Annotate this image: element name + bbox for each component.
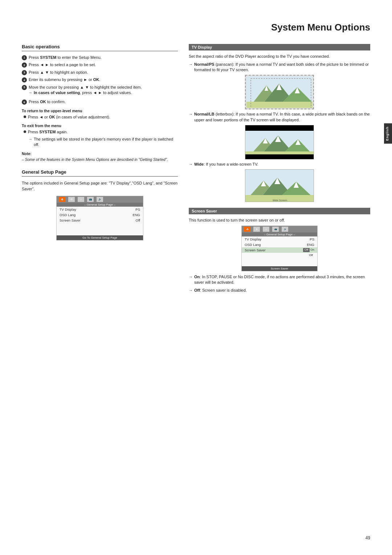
- exit-menu-title: To exit from the menu: [22, 123, 178, 128]
- ss-icon-home: 🏠: [244, 227, 250, 232]
- step-5: 5 Move the cursor by pressing ▲ ▼ to hig…: [22, 85, 178, 98]
- wide-text: Wide: If you have a wide-screen TV.: [194, 162, 258, 167]
- exit-menu-section: To exit from the menu Press SYSTEM again…: [22, 123, 178, 147]
- arrow-icon-ps: →: [189, 62, 193, 67]
- ss-menu-label: – General Setup Page –: [242, 232, 317, 236]
- exit-menu-item: Press SYSTEM again.: [24, 129, 178, 135]
- general-setup-menu: 🏠 ⚙ ♪ 📺 🔊 – General Setup Page – TV Disp…: [56, 196, 143, 240]
- menu-icons: 🏠 ⚙ ♪ 📺 🔊: [59, 197, 103, 202]
- left-column: Basic operations 1 Press SYSTEM to enter…: [22, 44, 178, 295]
- panscan-image-container: [189, 75, 370, 109]
- general-setup-section: General Setup Page The options included …: [22, 169, 178, 240]
- page-number: 49: [366, 535, 370, 540]
- ss-off-text: Off: Screen saver is disabled.: [194, 288, 247, 293]
- right-column: TV Display Set the aspect ratio of the D…: [189, 44, 370, 295]
- menu-val-tv: PS: [135, 207, 140, 211]
- wide-image-container: Wide Screen: [189, 169, 370, 202]
- step-5-text: Move the cursor by pressing ▲ ▼ to highl…: [29, 85, 142, 90]
- screen-saver-title: Screen Saver: [189, 208, 370, 214]
- menu-key-osd: OSD Lang: [60, 213, 75, 217]
- menu-key-ss: Screen Saver: [60, 218, 81, 222]
- ss-val-off: Off: [303, 248, 310, 252]
- step-5-arrow: → In cases of value setting, press ◄ ► t…: [28, 90, 132, 96]
- step-4-text: Enter its submenu by pressing ► or OK.: [29, 77, 100, 82]
- ss-icon-settings: ⚙: [253, 227, 260, 232]
- wide-option: → Wide: If you have a wide-screen TV.: [189, 162, 370, 167]
- basic-ops-title: Basic operations: [22, 44, 178, 51]
- step-num-2: 2: [22, 62, 27, 68]
- note-text: – Some of the features in the System Men…: [22, 157, 168, 162]
- menu-icon-home: 🏠: [59, 197, 65, 202]
- main-content: Basic operations 1 Press SYSTEM to enter…: [22, 44, 370, 295]
- ss-option-off: Off: [309, 254, 313, 257]
- bullet-icon-exit: [24, 130, 26, 133]
- return-menu-text: Press ◄ or OK (in cases of value adjustm…: [28, 114, 110, 120]
- menu-page-label: – General Setup Page –: [57, 203, 143, 207]
- exit-menu-arrow-text: The settings will be stored in the playe…: [34, 137, 178, 148]
- ss-icon-tv: 📺: [272, 227, 279, 232]
- step-3-text: Press ▲ ▼ to highlight an option.: [29, 70, 88, 75]
- note-label: Note:: [22, 151, 32, 156]
- step-1: 1 Press SYSTEM to enter the Setup Menu.: [22, 55, 178, 60]
- normal-lb-text: Normal/LB (letterbox): If you have a nor…: [194, 112, 370, 123]
- svg-text:Wide Screen: Wide Screen: [273, 199, 287, 202]
- menu-row-screen-saver: Screen Saver Off: [57, 218, 143, 223]
- ss-val-container: Off On: [303, 248, 314, 252]
- arrow-icon-ss-off: →: [189, 288, 193, 293]
- basic-operations-section: Basic operations 1 Press SYSTEM to enter…: [22, 44, 178, 163]
- menu-icon-music: ♪: [78, 197, 84, 202]
- step-6: 6 Press OK to confirm.: [22, 99, 178, 105]
- exit-menu-text: Press SYSTEM again.: [28, 129, 68, 135]
- ss-row-tv: TV Display PS: [242, 236, 317, 242]
- return-menu-title: To return to the upper-level menu: [22, 109, 178, 113]
- ss-menu-header: 🏠 ⚙ ♪ 📺 🔊: [242, 226, 317, 232]
- general-setup-intro: The options included in General Setup pa…: [22, 180, 178, 192]
- ss-row-ss: Screen Saver Off On: [242, 247, 317, 253]
- arrow-icon-wide: →: [189, 162, 193, 167]
- ss-off-option: → Off: Screen saver is disabled.: [189, 288, 370, 293]
- ss-key-tv: TV Display: [245, 237, 261, 241]
- svg-rect-10: [245, 154, 314, 159]
- step-1-text: Press SYSTEM to enter the Setup Menu.: [29, 55, 102, 60]
- arrow-icon-exit: →: [28, 137, 32, 142]
- step-num-3: 3: [22, 70, 27, 75]
- screen-saver-intro: This function is used to turn the screen…: [189, 217, 370, 223]
- tv-display-section: TV Display Set the aspect ratio of the D…: [189, 44, 370, 202]
- letterbox-image-container: [189, 125, 370, 159]
- step-3: 3 Press ▲ ▼ to highlight an option.: [22, 70, 178, 75]
- ss-key-ss: Screen Saver: [245, 248, 266, 252]
- menu-row-tv-display: TV Display PS: [57, 207, 143, 212]
- ss-icon-music: ♪: [263, 227, 269, 232]
- arrow-icon-ss-on: →: [189, 274, 193, 280]
- ss-row-osd: OSD Lang ENG: [242, 242, 317, 247]
- ss-icon-audio: 🔊: [282, 227, 288, 232]
- normal-lb-option: → Normal/LB (letterbox): If you have a n…: [189, 112, 370, 123]
- menu-footer: Go To General Setup Page: [57, 235, 143, 240]
- svg-rect-18: [245, 151, 314, 154]
- return-menu-section: To return to the upper-level menu Press …: [22, 109, 178, 120]
- step-num-6: 6: [22, 100, 27, 105]
- ss-menu-icons: 🏠 ⚙ ♪ 📺 🔊: [244, 227, 288, 232]
- page-container: English System Menu Options Basic operat…: [0, 0, 392, 555]
- page-title: System Menu Options: [22, 22, 370, 33]
- general-setup-title: General Setup Page: [22, 169, 178, 177]
- ss-on-text: On: In STOP, PAUSE or No DISC mode, if n…: [194, 274, 370, 285]
- wide-image: Wide Screen: [245, 169, 314, 202]
- ss-val-tv: PS: [310, 237, 314, 241]
- menu-val-ss: Off: [136, 218, 140, 222]
- svg-rect-9: [245, 125, 314, 131]
- ss-val-osd: ENG: [307, 243, 314, 247]
- step-2: 2 Press ◄ ► to select a page to be set.: [22, 62, 178, 68]
- screen-saver-section: Screen Saver This function is used to tu…: [189, 208, 370, 293]
- ss-row-off: Off: [242, 253, 317, 258]
- menu-icon-audio: 🔊: [97, 197, 103, 202]
- steps-list: 1 Press SYSTEM to enter the Setup Menu. …: [22, 55, 178, 105]
- ss-on-option: → On: In STOP, PAUSE or No DISC mode, if…: [189, 274, 370, 285]
- arrow-icon-lb: →: [189, 112, 193, 117]
- menu-key-tv: TV Display: [60, 207, 76, 211]
- bullet-icon-return: [24, 116, 26, 118]
- note-block: Note: – Some of the features in the Syst…: [22, 151, 178, 163]
- menu-header: 🏠 ⚙ ♪ 📺 🔊: [57, 196, 143, 203]
- normal-ps-option: → Normal/PS (panscan): If you have a nor…: [189, 62, 370, 73]
- step-num-4: 4: [22, 77, 27, 82]
